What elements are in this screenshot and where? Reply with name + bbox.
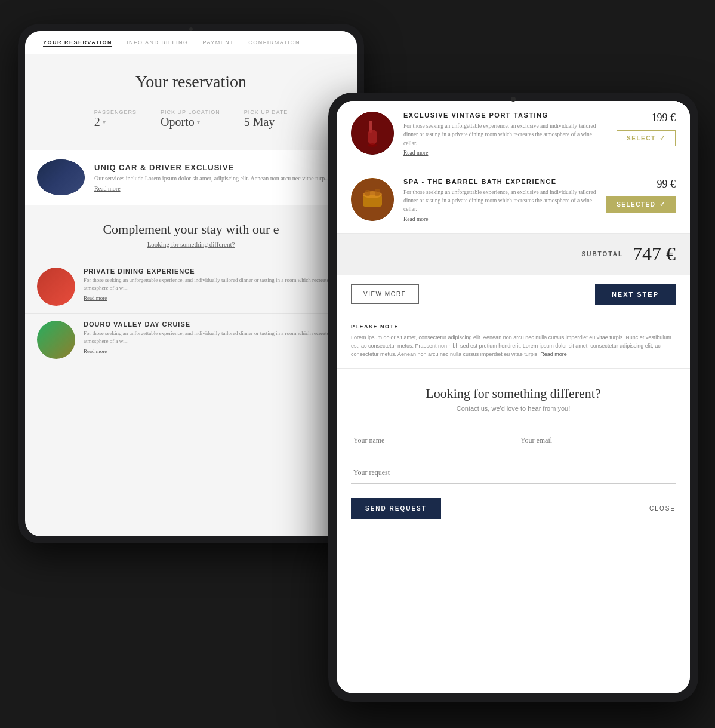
spa-select-button[interactable]: SELECTED ✓ xyxy=(606,196,676,213)
car-read-more[interactable]: Read more xyxy=(94,185,329,192)
wine-select-button[interactable]: SELECT ✓ xyxy=(617,130,676,146)
camera-front xyxy=(511,97,516,102)
douro-title: DOURO VALLEY DAY CRUISE xyxy=(84,321,345,328)
spa-price-col: 99 € SELECTED ✓ xyxy=(606,178,676,213)
tablet-back: YOUR RESERVATION INFO AND BILLING PAYMEN… xyxy=(18,24,364,543)
pickup-date-label: Pick Up Date xyxy=(244,109,288,115)
wine-desc: For those seeking an unforgettable exper… xyxy=(403,122,607,148)
filter-pickup-location[interactable]: Pick Up Location Oporto ▾ xyxy=(161,109,220,129)
looking-different-link[interactable]: Looking for something different? xyxy=(37,241,345,248)
next-step-button[interactable]: NEXT STEP xyxy=(595,284,676,305)
filter-pickup-date[interactable]: Pick Up Date 5 May xyxy=(244,109,288,129)
subtotal-amount: 747 € xyxy=(633,243,676,265)
car-info: UNIQ CAR & DRIVER EXCLUSIVE Our services… xyxy=(94,163,329,192)
douro-info: DOURO VALLEY DAY CRUISE For those seekin… xyxy=(84,321,345,355)
wine-check-icon: ✓ xyxy=(659,134,666,142)
request-input[interactable] xyxy=(351,462,676,484)
nav-item-billing[interactable]: INFO AND BILLING xyxy=(127,39,189,45)
action-row: VIEW MORE NEXT STEP xyxy=(337,275,690,314)
activity-dining: PRIVATE DINING EXPERIENCE For those seek… xyxy=(25,260,357,313)
spa-select-label: SELECTED xyxy=(617,201,655,208)
svg-point-3 xyxy=(368,143,377,147)
bottom-row: SEND REQUEST CLOSE xyxy=(337,489,690,531)
looking-subtitle: Contact us, we'd love to hear from you! xyxy=(351,405,676,412)
camera-back xyxy=(189,27,193,31)
complement-section: Complement your stay with our e Looking … xyxy=(25,210,357,260)
car-image xyxy=(37,159,85,195)
chevron-icon-2: ▾ xyxy=(197,119,200,125)
douro-image xyxy=(37,321,75,359)
chevron-icon: ▾ xyxy=(103,119,106,125)
svg-rect-8 xyxy=(375,189,380,196)
activity-douro: DOURO VALLEY DAY CRUISE For those seekin… xyxy=(25,313,357,366)
wine-image xyxy=(351,112,394,155)
send-request-button[interactable]: SEND REQUEST xyxy=(351,498,441,519)
view-more-button[interactable]: VIEW MORE xyxy=(351,284,419,304)
tablet-front-screen: EXCLUSIVE VINTAGE PORT TASTING For those… xyxy=(337,101,690,693)
douro-description: For those seeking an unforgettable exper… xyxy=(84,330,345,345)
wine-read-more[interactable]: Read more xyxy=(403,150,607,156)
please-note-text: Lorem ipsum dolor sit amet, consectetur … xyxy=(351,333,676,359)
dining-info: PRIVATE DINING EXPERIENCE For those seek… xyxy=(84,268,345,302)
close-button[interactable]: CLOSE xyxy=(649,505,676,512)
car-description: Our services include Lorem ipsum dolor s… xyxy=(94,174,329,183)
please-note-title: PLEASE NOTE xyxy=(351,324,676,330)
wine-title: EXCLUSIVE VINTAGE PORT TASTING xyxy=(403,112,607,119)
wine-details: EXCLUSIVE VINTAGE PORT TASTING For those… xyxy=(403,112,607,156)
wine-price-col: 199 € SELECT ✓ xyxy=(617,112,676,146)
nav-item-confirmation[interactable]: CONFIRMATION xyxy=(248,39,300,45)
passengers-label: Passengers xyxy=(94,109,137,115)
spa-price: 99 € xyxy=(657,178,676,191)
back-nav: YOUR RESERVATION INFO AND BILLING PAYMEN… xyxy=(25,31,357,54)
complement-title: Complement your stay with our e xyxy=(37,222,345,237)
passengers-value: 2 ▾ xyxy=(94,115,137,129)
wine-select-label: SELECT xyxy=(627,135,655,142)
spa-desc: For those seeking an unforgettable exper… xyxy=(403,188,597,214)
subtotal-label: SUBTOTAL xyxy=(581,251,623,257)
douro-read-more[interactable]: Read more xyxy=(84,348,107,354)
pickup-location-value: Oporto ▾ xyxy=(161,115,220,129)
experience-spa: SPA - THE BARREL BATH EXPERIENCE For tho… xyxy=(337,167,690,234)
hero-title: Your reservation xyxy=(37,72,345,91)
divider-1 xyxy=(37,140,345,140)
wine-price: 199 € xyxy=(652,112,676,124)
spa-image xyxy=(351,178,394,221)
svg-rect-2 xyxy=(368,130,377,145)
spa-read-more[interactable]: Read more xyxy=(403,216,597,222)
name-input[interactable] xyxy=(351,430,508,451)
pickup-date-value: 5 May xyxy=(244,115,288,129)
form-name-email-row xyxy=(337,424,690,457)
dining-read-more[interactable]: Read more xyxy=(84,295,107,301)
spa-title: SPA - THE BARREL BATH EXPERIENCE xyxy=(403,178,597,185)
experience-wine: EXCLUSIVE VINTAGE PORT TASTING For those… xyxy=(337,101,690,167)
dining-description: For those seeking an unforgettable exper… xyxy=(84,277,345,291)
tablet-front: EXCLUSIVE VINTAGE PORT TASTING For those… xyxy=(328,93,698,702)
car-section: UNIQ CAR & DRIVER EXCLUSIVE Our services… xyxy=(25,150,357,205)
nav-item-payment[interactable]: PAYMENT xyxy=(203,39,235,45)
spa-details: SPA - THE BARREL BATH EXPERIENCE For tho… xyxy=(403,178,597,222)
dining-title: PRIVATE DINING EXPERIENCE xyxy=(84,268,345,275)
car-title: UNIQ CAR & DRIVER EXCLUSIVE xyxy=(94,163,329,172)
svg-rect-7 xyxy=(365,190,370,196)
back-filters: Passengers 2 ▾ Pick Up Location Oporto ▾… xyxy=(25,103,357,135)
filter-passengers[interactable]: Passengers 2 ▾ xyxy=(94,109,137,129)
please-note-section: PLEASE NOTE Lorem ipsum dolor sit amet, … xyxy=(337,314,690,368)
nav-item-reservation[interactable]: YOUR RESERVATION xyxy=(43,39,112,45)
looking-title: Looking for something different? xyxy=(351,386,676,401)
email-input[interactable] xyxy=(518,430,676,451)
spa-check-icon: ✓ xyxy=(659,201,666,208)
looking-section: Looking for something different? Contact… xyxy=(337,368,690,424)
pickup-location-label: Pick Up Location xyxy=(161,109,220,115)
please-note-read-more[interactable]: Read more xyxy=(540,351,567,357)
dining-image xyxy=(37,268,75,306)
front-content: EXCLUSIVE VINTAGE PORT TASTING For those… xyxy=(337,101,690,693)
subtotal-bar: SUBTOTAL 747 € xyxy=(337,234,690,275)
back-hero: Your reservation xyxy=(25,54,357,103)
tablet-back-screen: YOUR RESERVATION INFO AND BILLING PAYMEN… xyxy=(25,31,357,536)
